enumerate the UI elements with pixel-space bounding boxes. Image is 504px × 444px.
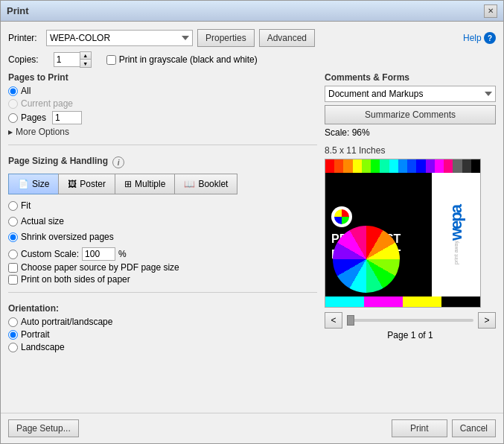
prev-page-button[interactable]: < [325,312,342,329]
grayscale-checkbox[interactable] [106,55,116,65]
pages-radio-row: Pages [8,111,317,124]
auto-orient-label: Auto portrait/landscape [21,317,112,327]
orientation-section: Orientation: Auto portrait/landscape Por… [8,303,317,355]
print-button[interactable]: Print [392,419,447,437]
page-info: Page 1 of 1 [325,330,496,340]
color-red [325,159,334,173]
sizing-section: Page Sizing & Handling i 📄 Size 🖼 Poster [8,156,317,285]
more-options-button[interactable]: ▶ More Options [8,127,317,137]
title-bar-controls: ✕ [484,4,497,18]
color-violet [426,159,435,173]
pages-section: Pages to Print All Current page Pages [8,72,317,137]
separator2 [8,292,317,293]
scale-input[interactable] [82,247,115,261]
page-setup-button[interactable]: Page Setup... [8,419,79,437]
choose-paper-checkbox[interactable] [8,263,18,273]
more-options-label: More Options [16,127,69,137]
multiple-button[interactable]: ⊞ Multiple [115,174,175,194]
booklet-button[interactable]: 📖 Booklet [174,174,237,194]
poster-icon: 🖼 [68,179,77,189]
copies-row: Copies: ▲ ▼ Print in grayscale (black an… [8,51,496,68]
properties-button[interactable]: Properties [197,29,255,47]
summarize-button[interactable]: Summarize Comments [325,105,496,124]
comments-select[interactable]: Document and Markups Document Form Field… [325,86,496,102]
fit-radio-row: Fit [8,200,317,211]
poster-button[interactable]: 🖼 Poster [58,174,115,194]
landscape-label: Landscape [21,342,65,352]
landscape-radio[interactable] [8,343,18,352]
fit-label: Fit [21,200,31,211]
sizing-buttons: 📄 Size 🖼 Poster ⊞ Multiple 📖 [8,174,317,194]
multiple-label: Multiple [135,179,165,189]
info-icon[interactable]: i [112,156,124,168]
all-radio[interactable] [8,86,18,96]
sizing-title: Page Sizing & Handling [8,156,108,166]
print-dialog: Print ✕ Printer: WEPA-COLOR Properties A… [0,0,504,444]
copies-up-button[interactable]: ▲ [80,52,91,60]
orientation-title: Orientation: [8,303,317,314]
copies-label: Copies: [8,54,39,65]
custom-radio[interactable] [8,250,18,259]
fit-radio[interactable] [8,201,18,211]
size-label: Size [32,179,49,189]
grayscale-check-row: Print in grayscale (black and white) [106,54,258,65]
printer-select[interactable]: WEPA-COLOR [46,30,193,46]
help-icon: ? [484,32,496,44]
size-icon: 📄 [18,179,29,189]
wepa-text: wepa [447,206,466,241]
custom-label: Custom Scale: [21,249,79,259]
nav-bar: < > [325,312,496,329]
cancel-button[interactable]: Cancel [452,419,496,437]
logo-circle [331,206,352,227]
printer-row: Printer: WEPA-COLOR Properties Advanced … [8,29,496,47]
color-bar-bottom [325,296,480,307]
shrink-radio[interactable] [8,232,18,242]
custom-scale-row: Custom Scale: % [8,247,317,261]
shrink-radio-row: Shrink oversized pages [8,232,317,242]
bottom-right: Print Cancel [392,419,496,437]
current-radio[interactable] [8,99,18,109]
bottom-yellow [403,296,441,307]
actual-radio[interactable] [8,217,18,226]
color-blue-light [398,159,407,173]
separator1 [8,145,317,145]
size-button[interactable]: 📄 Size [8,174,59,194]
wepa-subtext: print away [453,241,459,264]
right-panel: Comments & Forms Document and Markups Do… [325,72,496,405]
color-gray1 [453,159,462,173]
color-black [471,159,480,173]
color-green-yellow [362,159,371,173]
color-orange [343,159,352,173]
pages-radio[interactable] [8,113,18,123]
printer-label: Printer: [8,33,42,43]
bottom-left: Page Setup... [8,419,79,437]
comments-title: Comments & Forms [325,72,496,83]
pages-input[interactable] [52,111,82,124]
close-button[interactable]: ✕ [484,4,497,18]
copies-down-button[interactable]: ▼ [80,60,91,67]
page-slider[interactable] [347,319,473,322]
comments-section: Comments & Forms Document and Markups Do… [325,72,496,138]
copies-input[interactable] [54,52,80,67]
current-label: Current page [21,98,73,109]
preview-size-label: 8.5 x 11 Inches [325,145,496,156]
wepa-logo: wepa print away [432,173,480,296]
copies-input-wrap: ▲ ▼ [54,51,92,68]
bottom-cyan [325,296,364,307]
portrait-radio[interactable] [8,330,18,340]
sizing-header: Page Sizing & Handling i [8,156,317,169]
auto-orient-radio[interactable] [8,317,18,327]
shrink-label: Shrink oversized pages [21,232,114,242]
next-page-button[interactable]: > [478,312,496,329]
color-yellow [353,159,362,173]
bottom-black [441,296,480,307]
help-link[interactable]: Help ? [463,32,496,44]
multiple-icon: ⊞ [124,179,132,189]
bottom-magenta [364,296,403,307]
print-both-checkbox[interactable] [8,275,18,285]
title-bar: Print ✕ [1,1,503,22]
main-area: Pages to Print All Current page Pages [8,72,496,405]
booklet-icon: 📖 [184,179,195,189]
advanced-button[interactable]: Advanced [259,29,315,47]
poster-label: Poster [80,179,106,189]
